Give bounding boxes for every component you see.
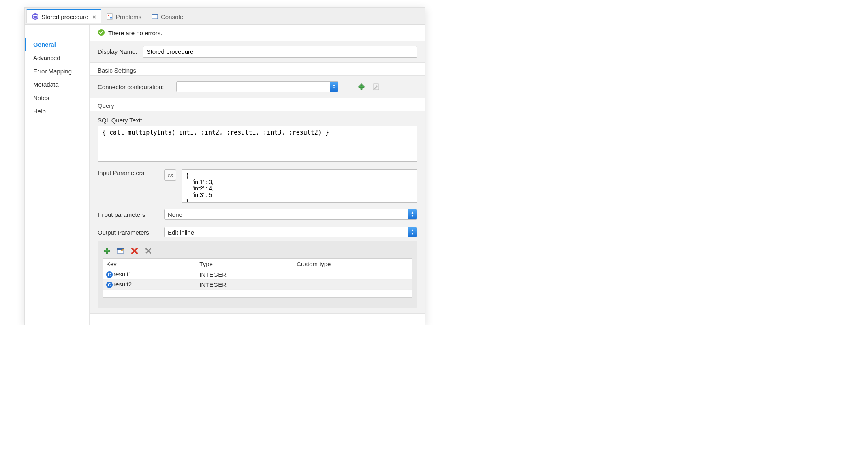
output-params-label: Output Parameters: [98, 229, 158, 236]
sidebar: General Advanced Error Mapping Metadata …: [25, 25, 90, 325]
sidebar-item-general[interactable]: General: [25, 38, 89, 51]
add-row-icon[interactable]: [103, 246, 111, 255]
main-panel: There are no errors. Display Name: Basic…: [90, 25, 425, 325]
tab-label: Stored procedure: [41, 13, 88, 20]
cell-custom: [293, 280, 412, 290]
add-icon[interactable]: [357, 82, 366, 91]
svg-point-3: [108, 15, 109, 16]
svg-point-1: [33, 15, 37, 16]
col-custom: Custom type: [293, 259, 412, 269]
basic-settings-body: Connector configuration: ▲▼: [90, 75, 425, 98]
editor-window: Stored procedure × Problems Console Gene…: [24, 7, 425, 325]
sidebar-item-metadata[interactable]: Metadata: [25, 78, 89, 91]
inout-params-value: None: [165, 211, 408, 218]
error-status: There are no errors.: [90, 25, 425, 41]
table-row-empty: [103, 290, 412, 298]
table-row[interactable]: Cresult1 INTEGER: [103, 269, 412, 280]
inout-params-select[interactable]: None ▲▼: [164, 209, 417, 220]
fx-button[interactable]: ƒx: [164, 169, 176, 181]
output-params-value: Edit inline: [165, 229, 408, 236]
svg-point-15: [145, 248, 147, 250]
check-icon: [98, 29, 105, 37]
tab-label: Console: [161, 13, 183, 20]
svg-rect-12: [104, 250, 110, 252]
stored-procedure-icon: [32, 13, 39, 20]
tab-console[interactable]: Console: [146, 9, 188, 24]
delete-row-icon[interactable]: [130, 246, 139, 255]
output-params-toolbar: [103, 245, 412, 258]
tab-problems[interactable]: Problems: [101, 9, 146, 24]
basic-settings-heading: Basic Settings: [90, 63, 425, 75]
col-type: Type: [196, 259, 293, 269]
svg-rect-9: [359, 86, 364, 88]
svg-point-4: [110, 17, 112, 19]
tab-bar: Stored procedure × Problems Console: [25, 8, 425, 25]
problems-icon: [106, 13, 113, 20]
output-params-table: Key Type Custom type Cresult1 INTEGER: [103, 258, 412, 298]
sidebar-item-notes[interactable]: Notes: [25, 91, 89, 105]
connector-config-label: Connector configuration:: [98, 83, 171, 90]
connector-config-select[interactable]: ▲▼: [176, 81, 338, 92]
status-text: There are no errors.: [108, 30, 162, 36]
sidebar-item-error-mapping[interactable]: Error Mapping: [25, 64, 89, 78]
cell-key: result1: [113, 271, 132, 278]
tab-label: Problems: [116, 13, 141, 20]
cell-type: INTEGER: [196, 269, 293, 280]
query-heading: Query: [90, 98, 425, 111]
table-row[interactable]: Cresult2 INTEGER: [103, 280, 412, 290]
column-icon: C: [106, 271, 113, 278]
sql-query-input[interactable]: [98, 126, 417, 162]
input-params-label: Input Parameters:: [98, 169, 158, 176]
svg-rect-6: [152, 14, 158, 15]
chevron-updown-icon: ▲▼: [408, 209, 417, 219]
output-params-select[interactable]: Edit inline ▲▼: [164, 227, 417, 237]
chevron-updown-icon: ▲▼: [408, 227, 417, 237]
inout-params-label: In out parameters: [98, 211, 158, 218]
display-name-panel: Display Name:: [90, 41, 425, 63]
cell-key: result2: [113, 281, 132, 288]
display-name-label: Display Name:: [98, 48, 137, 55]
svg-rect-2: [107, 14, 113, 19]
sidebar-item-advanced[interactable]: Advanced: [25, 51, 89, 64]
edit-row-icon[interactable]: [116, 246, 125, 255]
cell-type: INTEGER: [196, 280, 293, 290]
display-name-input[interactable]: [143, 46, 417, 58]
console-icon: [151, 13, 158, 20]
edit-icon[interactable]: [372, 82, 381, 91]
sidebar-item-help[interactable]: Help: [25, 105, 89, 118]
tab-stored-procedure[interactable]: Stored procedure ×: [26, 9, 101, 24]
input-params-input[interactable]: [182, 169, 417, 203]
output-params-panel: Key Type Custom type Cresult1 INTEGER: [98, 241, 417, 308]
close-icon[interactable]: ×: [92, 13, 96, 20]
svg-point-16: [150, 252, 151, 254]
chevron-updown-icon: ▲▼: [330, 82, 338, 92]
column-icon: C: [106, 282, 113, 288]
sql-query-label: SQL Query Text:: [98, 117, 417, 124]
query-body: SQL Query Text: Input Parameters: ƒx In …: [90, 111, 425, 314]
col-key: Key: [103, 259, 197, 269]
cell-custom: [293, 269, 412, 280]
tools-icon[interactable]: [144, 246, 153, 255]
